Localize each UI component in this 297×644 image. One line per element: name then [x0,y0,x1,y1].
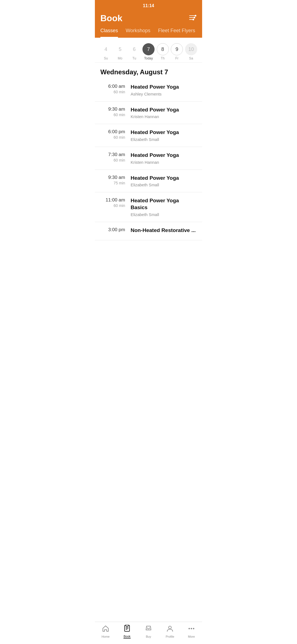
calendar-day-10[interactable]: 10 Sa [185,43,198,60]
status-bar: 11:14 [95,0,202,10]
date-heading: Wednesday, August 7 [95,63,202,79]
page-title: Book [100,13,122,23]
day-label-today: Today [144,56,153,60]
day-label-mo: Mo [118,56,122,60]
day-number-9: 9 [171,43,183,55]
nav-tabs: Classes Workshops Fleet Feet Flyers [95,23,202,38]
class-info-1: Heated Power Yoga Kristen Hannan [131,107,197,119]
class-list: 6:00 am 60 min Heated Power Yoga Ashley … [95,79,202,240]
class-time-0: 6:00 am 60 min [100,84,131,94]
class-info-0: Heated Power Yoga Ashley Clements [131,84,197,96]
list-item[interactable]: 6:00 am 60 min Heated Power Yoga Ashley … [95,79,202,102]
tab-fleet-feet-flyers[interactable]: Fleet Feet Flyers [158,28,195,38]
list-item[interactable]: 9:30 am 60 min Heated Power Yoga Kristen… [95,102,202,124]
class-time-3: 7:30 am 60 min [100,152,131,162]
day-number-10: 10 [185,43,197,55]
day-number-8: 8 [157,43,169,55]
day-label-sa: Sa [189,56,193,60]
calendar-day-7[interactable]: 7 Today [142,43,155,60]
status-time: 11:14 [143,3,154,8]
list-item[interactable]: 3:00 pm Non-Heated Restorative ... [95,222,202,240]
list-item[interactable]: 7:30 am 60 min Heated Power Yoga Kristen… [95,147,202,170]
class-time-4: 9:30 am 75 min [100,175,131,185]
class-time-6: 3:00 pm [100,227,131,233]
day-number-7: 7 [142,43,155,55]
day-label-tu: Tu [133,56,136,60]
calendar-day-4[interactable]: 4 Su [99,43,112,60]
tab-workshops[interactable]: Workshops [126,28,150,38]
day-label-fr: Fr [175,56,178,60]
calendar-strip: 4 Su 5 Mo 6 Tu 7 Today 8 Th 9 Fr 10 Sa [95,38,202,63]
day-label-su: Su [104,56,108,60]
class-time-5: 11:00 am 60 min [100,197,131,208]
class-info-4: Heated Power Yoga Elizabeth Small [131,175,197,187]
class-info-5: Heated Power Yoga Basics Elizabeth Small [131,197,197,217]
day-number-4: 4 [100,43,112,55]
class-time-2: 6:00 pm 60 min [100,129,131,140]
header: Book [95,10,202,23]
svg-point-3 [195,15,196,17]
calendar-day-5[interactable]: 5 Mo [114,43,127,60]
class-info-3: Heated Power Yoga Kristen Hannan [131,152,197,165]
svg-point-4 [194,17,195,18]
calendar-day-9[interactable]: 9 Fr [170,43,183,60]
list-item[interactable]: 9:30 am 75 min Heated Power Yoga Elizabe… [95,170,202,193]
class-info-6: Non-Heated Restorative ... [131,227,197,235]
day-number-6: 6 [128,43,140,55]
class-time-1: 9:30 am 60 min [100,107,131,117]
class-info-2: Heated Power Yoga Elizabeth Small [131,129,197,142]
day-label-th: Th [161,56,165,60]
calendar-day-6[interactable]: 6 Tu [128,43,141,60]
list-item[interactable]: 6:00 pm 60 min Heated Power Yoga Elizabe… [95,124,202,147]
list-item[interactable]: 11:00 am 60 min Heated Power Yoga Basics… [95,192,202,222]
calendar-day-8[interactable]: 8 Th [156,43,169,60]
svg-point-5 [193,19,194,20]
tab-classes[interactable]: Classes [100,28,118,38]
day-number-5: 5 [114,43,126,55]
filter-icon[interactable] [189,15,197,22]
